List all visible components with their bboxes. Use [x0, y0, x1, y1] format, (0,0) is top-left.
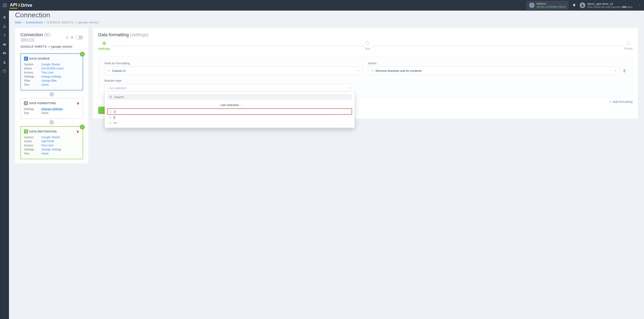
svg-rect-1: [4, 25, 5, 26]
formatting-heading: Data formatting (settings): [98, 32, 632, 38]
bell-icon[interactable]: [572, 4, 576, 7]
dollar-icon[interactable]: [0, 31, 9, 39]
breadcrumb-current: GOOGLE SHEETS -> (google sheets): [47, 20, 99, 24]
delete-icon[interactable]: [76, 102, 80, 105]
svg-point-11: [110, 96, 112, 98]
add-step-button[interactable]: +: [50, 92, 54, 96]
action-label: Action: [368, 62, 620, 65]
step-data-destination[interactable]: ✓ 3DATA DESTINATION SystemGoogle Sheets …: [20, 126, 83, 159]
youtube-icon[interactable]: [0, 49, 9, 57]
source-settings[interactable]: change settings: [41, 75, 61, 78]
stepper-settings[interactable]: Settings: [98, 42, 110, 50]
actions-total: 50'000: [549, 5, 558, 8]
actions-box[interactable]: i Actions: 25'161 of 50'000 (50%): [526, 1, 569, 10]
bracket-value: - not selected -: [108, 86, 347, 90]
step-number: 2: [24, 101, 28, 105]
user-icon[interactable]: [0, 58, 9, 66]
help-icon[interactable]: [0, 67, 9, 75]
gear-icon[interactable]: [70, 36, 74, 39]
topbar: APIXDrive i Actions: 25'161 of 50'000 (5…: [0, 0, 644, 10]
step-data-source[interactable]: ✓ 1DATA SOURCE SystemGoogle Sheets Actio…: [20, 53, 83, 90]
bracket-dropdown: - not selected - () [] <>: [105, 92, 355, 128]
dropdown-search-input[interactable]: [114, 95, 350, 99]
step-title: DATA DESTINATION: [29, 130, 56, 133]
dropdown-search[interactable]: [107, 94, 352, 100]
dest-access[interactable]: Tina User: [41, 144, 54, 147]
chevron-up-icon: [349, 86, 352, 89]
dropdown-not-selected[interactable]: - not selected -: [107, 102, 352, 108]
logo-drive: Drive: [21, 3, 32, 8]
field-value: Column D: [112, 69, 355, 72]
dest-settings[interactable]: change settings: [41, 148, 61, 151]
action-select[interactable]: Remove brackets and its contents: [368, 66, 620, 75]
step-data-formatting[interactable]: 2DATA FORMATTING Settingschange settings…: [20, 98, 83, 118]
briefcase-icon[interactable]: [0, 40, 9, 48]
step-number: 3: [24, 130, 28, 134]
action-value: Remove brackets and its contents: [376, 69, 612, 72]
search-icon: [109, 96, 112, 99]
formatting-test[interactable]: check: [41, 111, 49, 114]
check-icon: ✓: [80, 52, 85, 56]
info-icon: i: [529, 3, 534, 8]
svg-point-0: [582, 4, 583, 5]
stepper-test[interactable]: Test: [364, 42, 370, 50]
dropdown-option-squarebrackets[interactable]: []: [107, 114, 352, 120]
sitemap-icon[interactable]: [0, 22, 9, 30]
connection-name[interactable]: GOOGLE SHEETS -> (google sheets): [20, 45, 83, 50]
user-menu[interactable]: demo_apix-drive_s2 Plan |Start| left unt…: [580, 2, 632, 8]
dest-test[interactable]: check: [41, 152, 49, 155]
dropdown-option-anglebrackets[interactable]: <>: [107, 120, 352, 126]
svg-rect-4: [5, 27, 6, 28]
dest-system[interactable]: Google Sheets: [41, 136, 60, 139]
field-label: Field for formatting: [104, 62, 363, 65]
source-access[interactable]: Tina User: [41, 71, 54, 74]
actions-count: 25'161: [536, 5, 545, 8]
username: demo_apix-drive_s2: [588, 2, 632, 6]
source-test[interactable]: check: [41, 83, 49, 86]
svg-rect-2: [3, 27, 4, 28]
svg-rect-5: [3, 44, 6, 46]
actions-pct: (50%): [558, 5, 566, 8]
breadcrumb-main[interactable]: Main: [15, 20, 22, 24]
avatar-icon: [580, 2, 585, 8]
check-icon: ✓: [80, 124, 85, 130]
source-filter[interactable]: change filter: [41, 79, 57, 82]
bracket-select[interactable]: - not selected - - not selected - (): [104, 84, 355, 92]
home-icon[interactable]: [0, 14, 9, 21]
delete-formatting-icon[interactable]: [622, 68, 626, 75]
dropdown-option-parentheses[interactable]: (): [107, 108, 352, 114]
plan-info: Plan |Start| left until payment 359 days: [588, 6, 632, 8]
source-action[interactable]: Get ROWS (new): [41, 67, 64, 70]
step-title: DATA SOURCE: [29, 57, 50, 60]
step-title: DATA FORMATTING: [29, 102, 56, 105]
step-number: 1: [24, 56, 28, 61]
stepper-finish[interactable]: Finish: [624, 42, 632, 50]
chevron-down-icon: [614, 69, 617, 72]
bracket-label: Bracket type: [104, 79, 355, 82]
svg-rect-3: [4, 27, 5, 28]
add-step-button[interactable]: +: [50, 120, 54, 124]
stepper: Settings Test Finish: [98, 42, 632, 50]
breadcrumb: Main / Connections / GOOGLE SHEETS -> (g…: [15, 20, 638, 24]
connection-panel: Connection (ID: 38910) GOOGLE SHEETS -> …: [15, 28, 88, 164]
svg-rect-10: [66, 36, 68, 38]
source-system[interactable]: Google Sheets: [41, 63, 60, 66]
copy-icon[interactable]: [66, 36, 69, 39]
menu-toggle[interactable]: [3, 4, 7, 7]
formatting-panel: Data formatting (settings) Settings Test…: [93, 28, 638, 118]
actions-label: Actions:: [536, 2, 566, 5]
radio-icon: [371, 70, 374, 72]
plus-icon: [609, 100, 612, 103]
formatting-form: Field for formatting Column D Action: [98, 56, 632, 97]
dest-action[interactable]: Add ROW: [41, 140, 54, 143]
field-select[interactable]: Column D: [104, 66, 363, 75]
chevron-down-icon: [357, 69, 360, 72]
chevron-down-icon[interactable]: [638, 4, 641, 7]
delete-icon[interactable]: [76, 130, 80, 133]
logo[interactable]: APIXDrive: [10, 2, 32, 8]
breadcrumb-connections[interactable]: Connections: [26, 20, 43, 24]
svg-point-9: [4, 72, 5, 72]
formatting-settings[interactable]: change settings: [41, 107, 63, 110]
connection-heading: Connection (ID: 38910): [20, 32, 64, 43]
connection-toggle[interactable]: [75, 36, 83, 40]
